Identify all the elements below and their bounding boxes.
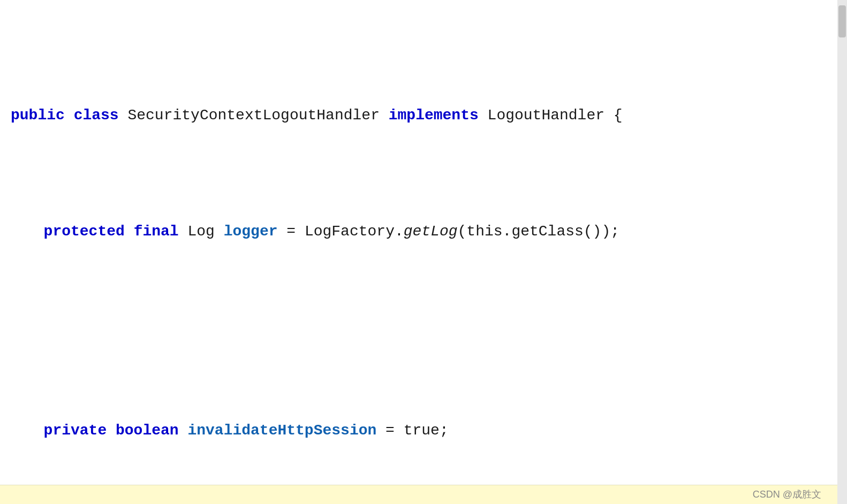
code-block: public class SecurityContextLogoutHandle… (11, 11, 831, 504)
assign-1: = true; (385, 422, 449, 439)
classname: SecurityContextLogoutHandler (127, 107, 388, 124)
code-line-2: protected final Log logger = LogFactory.… (11, 220, 831, 243)
equals-sign: = LogFactory. (286, 223, 403, 240)
keyword-public: public (11, 107, 74, 124)
method-getlog: getLog (404, 223, 458, 240)
keyword-private-1: private (44, 422, 116, 439)
keyword-implements: implements (389, 107, 488, 124)
scrollbar[interactable] (837, 0, 847, 504)
keyword-protected: protected (44, 223, 134, 240)
watermark: CSDN @成胜文 (753, 488, 821, 501)
keyword-class: class (74, 107, 128, 124)
var-invalidate: invalidateHttpSession (187, 422, 385, 439)
code-line-1: public class SecurityContextLogoutHandle… (11, 104, 831, 127)
var-logger: logger (224, 223, 287, 240)
keyword-final: final (134, 223, 188, 240)
bottom-strip: CSDN @成胜文 (0, 485, 837, 504)
code-container: public class SecurityContextLogoutHandle… (0, 0, 847, 504)
method-args: (this.getClass()); (458, 223, 619, 240)
scrollbar-thumb[interactable] (838, 5, 846, 37)
interface-name: LogoutHandler { (488, 107, 623, 124)
code-line-3: private boolean invalidateHttpSession = … (11, 419, 831, 442)
keyword-boolean-1: boolean (116, 422, 187, 439)
type-log: Log (187, 223, 223, 240)
gap-1 (11, 312, 831, 326)
